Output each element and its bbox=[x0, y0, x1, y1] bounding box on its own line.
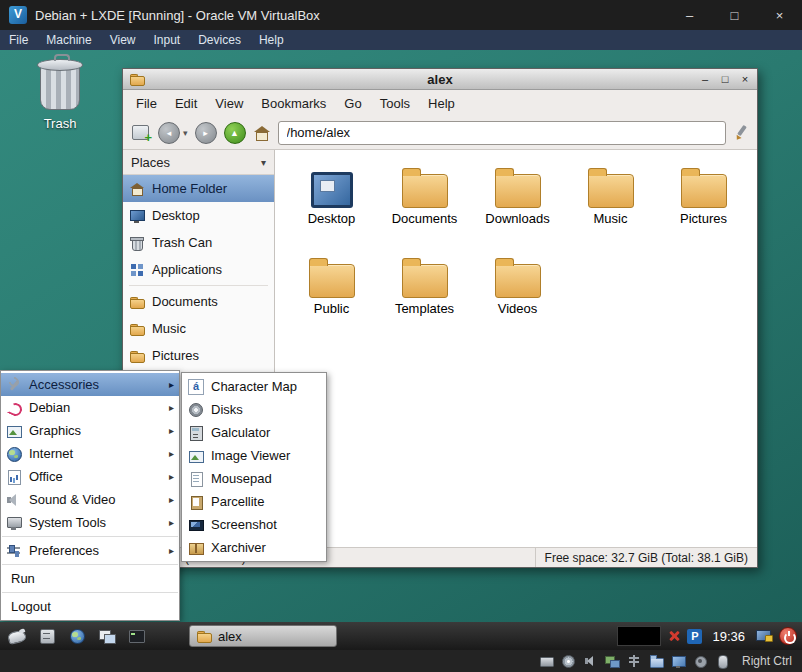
vbox-menu-machine[interactable]: Machine bbox=[37, 30, 100, 50]
sidebar-item-trash-can[interactable]: Trash Can bbox=[123, 229, 274, 256]
optical-disc-icon[interactable] bbox=[560, 653, 576, 669]
fm-menu-view[interactable]: View bbox=[206, 91, 252, 116]
menu-item-debian[interactable]: Debian ▸ bbox=[1, 396, 179, 419]
menu-item-logout[interactable]: Logout bbox=[1, 595, 179, 618]
menu-item-office[interactable]: Office ▸ bbox=[1, 465, 179, 488]
new-tab-icon[interactable] bbox=[131, 123, 151, 142]
file-item-downloads[interactable]: Downloads bbox=[471, 164, 564, 254]
submenu-item-screenshot[interactable]: Screenshot bbox=[182, 513, 326, 536]
vbox-menu-file[interactable]: File bbox=[0, 30, 37, 50]
tray-alert-icon[interactable] bbox=[667, 629, 681, 643]
display-icon[interactable] bbox=[670, 653, 686, 669]
vbox-menu-input[interactable]: Input bbox=[145, 30, 190, 50]
path-input[interactable] bbox=[278, 121, 726, 145]
file-label: Downloads bbox=[471, 211, 564, 226]
sidebar-item-pictures[interactable]: Pictures bbox=[123, 342, 274, 369]
folder-icon bbox=[495, 264, 541, 298]
browser-launcher[interactable] bbox=[65, 624, 89, 648]
menu-item-label: Preferences bbox=[29, 543, 169, 558]
fm-titlebar[interactable]: alex – □ × bbox=[123, 69, 757, 90]
vbox-window-title: Debian + LXDE [Running] - Oracle VM Virt… bbox=[35, 8, 320, 23]
menu-item-internet[interactable]: Internet ▸ bbox=[1, 442, 179, 465]
sidebar-item-label: Documents bbox=[152, 294, 218, 309]
submenu-item-disks[interactable]: Disks bbox=[182, 398, 326, 421]
fm-menu-go[interactable]: Go bbox=[335, 91, 370, 116]
parcellite-tray-icon[interactable]: P bbox=[687, 629, 702, 644]
sidebar-item-applications[interactable]: Applications bbox=[123, 256, 274, 283]
submenu-item-image-viewer[interactable]: Image Viewer bbox=[182, 444, 326, 467]
usb-icon[interactable] bbox=[626, 653, 642, 669]
history-chevron-icon[interactable]: ▾ bbox=[183, 128, 188, 138]
screen-lock-icon[interactable] bbox=[755, 627, 773, 645]
fm-close-button[interactable]: × bbox=[739, 70, 751, 89]
menu-separator bbox=[2, 564, 178, 565]
fm-menu-bookmarks[interactable]: Bookmarks bbox=[252, 91, 335, 116]
desktop-trash-item[interactable]: Trash bbox=[26, 58, 94, 131]
submenu-item-xarchiver[interactable]: Xarchiver bbox=[182, 536, 326, 559]
file-item-desktop[interactable]: Desktop bbox=[285, 164, 378, 254]
menu-item-system-tools[interactable]: System Tools ▸ bbox=[1, 511, 179, 534]
shared-folders-icon[interactable] bbox=[648, 653, 664, 669]
sidebar-item-desktop[interactable]: Desktop bbox=[123, 202, 274, 229]
submenu-item-mousepad[interactable]: Mousepad bbox=[182, 467, 326, 490]
recording-icon[interactable] bbox=[692, 653, 708, 669]
menu-item-sound-video[interactable]: Sound & Video ▸ bbox=[1, 488, 179, 511]
fm-menu-file[interactable]: File bbox=[127, 91, 166, 116]
up-button[interactable]: ▲ bbox=[224, 122, 246, 144]
places-header[interactable]: Places ▾ bbox=[123, 150, 274, 175]
close-button[interactable]: × bbox=[757, 0, 802, 30]
file-item-videos[interactable]: Videos bbox=[471, 254, 564, 344]
fm-window-icon bbox=[129, 71, 145, 87]
menu-item-accessories[interactable]: Accessories ▸ bbox=[1, 373, 179, 396]
file-label: Videos bbox=[471, 301, 564, 316]
vbox-menu-view[interactable]: View bbox=[101, 30, 145, 50]
vbox-menu-help[interactable]: Help bbox=[250, 30, 293, 50]
forward-button[interactable]: ▸ bbox=[195, 122, 217, 144]
archive-icon bbox=[188, 540, 204, 556]
submenu-item-galculator[interactable]: Galculator bbox=[182, 421, 326, 444]
vbox-titlebar: Debian + LXDE [Running] - Oracle VM Virt… bbox=[0, 0, 802, 30]
iconify-windows-button[interactable] bbox=[95, 624, 119, 648]
menu-item-graphics[interactable]: Graphics ▸ bbox=[1, 419, 179, 442]
submenu-item-parcellite[interactable]: Parcellite bbox=[182, 490, 326, 513]
vbox-menu-devices[interactable]: Devices bbox=[189, 30, 250, 50]
file-item-music[interactable]: Music bbox=[564, 164, 657, 254]
audio-icon[interactable] bbox=[582, 653, 598, 669]
submenu-item-character-map[interactable]: Character Map bbox=[182, 375, 326, 398]
start-menu-button[interactable] bbox=[5, 624, 29, 648]
maximize-button[interactable]: □ bbox=[712, 0, 757, 30]
home-button-icon[interactable] bbox=[253, 124, 271, 142]
file-item-documents[interactable]: Documents bbox=[378, 164, 471, 254]
fm-window-title: alex bbox=[123, 72, 757, 87]
edit-path-icon[interactable] bbox=[733, 125, 749, 141]
terminal-launcher[interactable] bbox=[125, 624, 149, 648]
menu-item-run[interactable]: Run bbox=[1, 567, 179, 590]
sidebar-item-home-folder[interactable]: Home Folder bbox=[123, 175, 274, 202]
fm-maximize-button[interactable]: □ bbox=[719, 70, 731, 89]
file-manager-launcher[interactable] bbox=[35, 624, 59, 648]
sidebar-item-documents[interactable]: Documents bbox=[123, 288, 274, 315]
fm-menu-edit[interactable]: Edit bbox=[166, 91, 206, 116]
network-icon[interactable] bbox=[604, 653, 620, 669]
menu-item-preferences[interactable]: Preferences ▸ bbox=[1, 539, 179, 562]
file-item-templates[interactable]: Templates bbox=[378, 254, 471, 344]
trash-label: Trash bbox=[26, 116, 94, 131]
menu-separator bbox=[2, 536, 178, 537]
logout-power-button[interactable] bbox=[779, 627, 797, 645]
fm-menu-help[interactable]: Help bbox=[419, 91, 464, 116]
character-map-icon bbox=[188, 379, 204, 395]
minimize-button[interactable]: – bbox=[667, 0, 712, 30]
lxde-logo-icon bbox=[6, 625, 28, 647]
fm-menu-tools[interactable]: Tools bbox=[371, 91, 419, 116]
cpu-monitor[interactable] bbox=[617, 626, 661, 646]
task-button-alex[interactable]: alex bbox=[189, 625, 337, 647]
mouse-integration-icon[interactable] bbox=[714, 653, 730, 669]
back-button[interactable]: ◂ bbox=[158, 122, 180, 144]
clock[interactable]: 19:36 bbox=[712, 629, 745, 644]
sidebar-item-music[interactable]: Music bbox=[123, 315, 274, 342]
hard-disk-icon[interactable] bbox=[538, 653, 554, 669]
file-item-public[interactable]: Public bbox=[285, 254, 378, 344]
graphics-icon bbox=[6, 423, 22, 439]
file-item-pictures[interactable]: Pictures bbox=[657, 164, 750, 254]
fm-minimize-button[interactable]: – bbox=[699, 70, 711, 89]
